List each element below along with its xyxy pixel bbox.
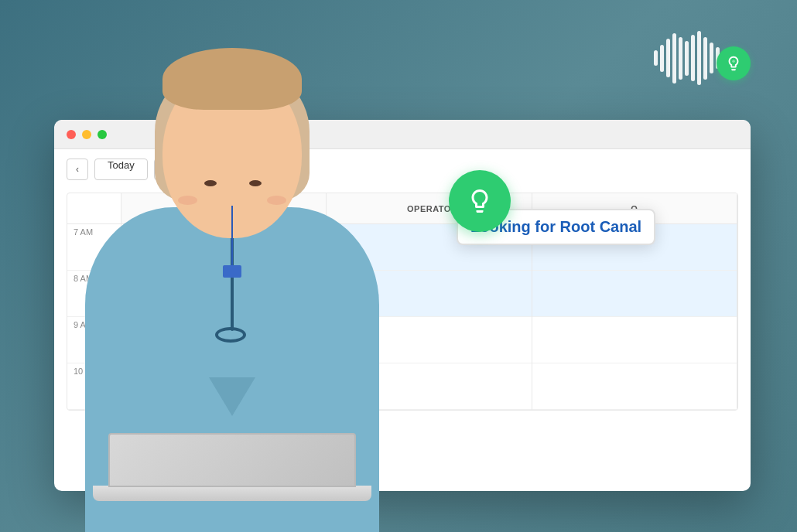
calendar-content: ‹ Today › All Lo... 7 AM 8 AM 9 A 10 OPE…: [54, 149, 751, 420]
lightbulb-small-icon: [717, 46, 751, 80]
wave-bar-2: [660, 45, 664, 72]
close-dot[interactable]: [67, 130, 76, 139]
browser-titlebar: [54, 120, 751, 149]
operatory-1-cell-2[interactable]: [121, 271, 326, 317]
lightbulb-svg-large: [466, 187, 494, 215]
operatory-1-cell-3[interactable]: [121, 317, 326, 363]
sound-wave: [654, 31, 720, 85]
wave-bar-3: [666, 39, 670, 77]
time-slot-9am: 9 A: [67, 317, 121, 363]
wave-bar-9: [703, 37, 707, 80]
lightbulb-large-icon[interactable]: [449, 170, 511, 232]
calendar-toolbar: ‹ Today › All Lo...: [67, 159, 738, 180]
prev-button[interactable]: ‹: [67, 159, 88, 180]
time-header: [67, 193, 121, 224]
time-column: 7 AM 8 AM 9 A 10: [67, 193, 121, 410]
wave-bar-10: [710, 43, 713, 73]
operatory-1-cell-1[interactable]: [121, 224, 326, 271]
wave-bar-5: [679, 37, 682, 80]
operatory-2-cell-4[interactable]: [327, 363, 531, 410]
minimize-dot[interactable]: [82, 130, 91, 139]
wave-bar-6: [685, 41, 689, 76]
operatory-1-cell-4[interactable]: [121, 363, 326, 410]
operatory-2-cell-2[interactable]: [327, 271, 531, 317]
time-slot-10am: 10: [67, 363, 121, 410]
all-locations-button[interactable]: All Lo...: [182, 159, 237, 180]
lightbulb-svg-small: [725, 55, 742, 72]
browser-window: ‹ Today › All Lo... 7 AM 8 AM 9 A 10 OPE…: [54, 120, 751, 491]
wave-bar-7: [691, 35, 695, 81]
operatory-1-header: OPERATORY 1: [121, 193, 326, 224]
wave-bar-4: [672, 33, 676, 84]
wave-bar-8: [697, 31, 701, 85]
today-button[interactable]: Today: [94, 159, 148, 180]
time-slot-8am: 8 AM: [67, 271, 121, 317]
operatory-1-column: OPERATORY 1: [121, 193, 327, 410]
time-slot-7am: 7 AM: [67, 224, 121, 271]
maximize-dot[interactable]: [97, 130, 107, 139]
operatory-3-cell-2[interactable]: [532, 271, 737, 317]
svg-point-0: [732, 60, 735, 63]
operatory-3-cell-4[interactable]: [532, 363, 737, 410]
operatory-3-cell-3[interactable]: [532, 317, 737, 363]
next-button[interactable]: ›: [154, 159, 176, 180]
wave-bar-1: [654, 50, 658, 66]
operatory-2-cell-3[interactable]: [327, 317, 531, 363]
